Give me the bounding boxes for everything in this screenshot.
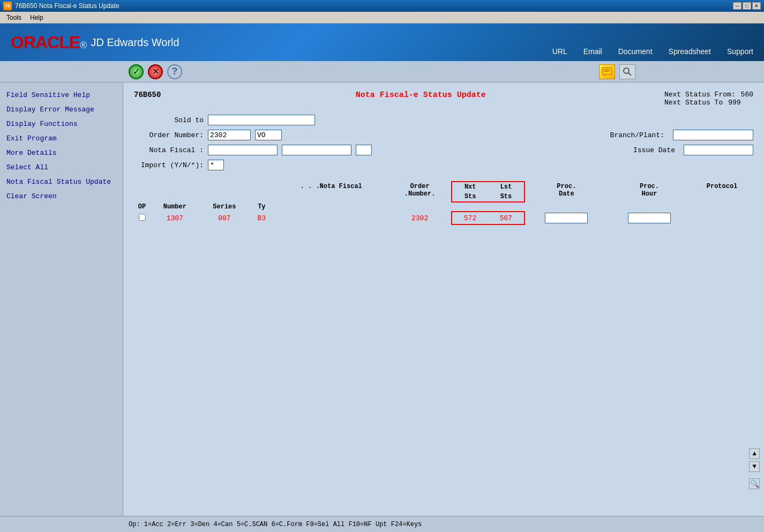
cancel-toolbar-button[interactable]: ✕ (148, 64, 163, 79)
window-controls: ─ □ ✕ (733, 2, 761, 10)
nav-document[interactable]: Document (618, 47, 653, 56)
nota-fiscal-label: Nota Fiscal : (134, 146, 204, 154)
nota-fiscal-row: Nota Fiscal : Issue Date (134, 145, 753, 155)
branch-plant-label: Branch/Plant: (610, 131, 664, 139)
oracle-logo: ORACLE® JD Edwards World (11, 33, 179, 53)
sidebar-item-more-details[interactable]: More Details (0, 146, 123, 160)
oracle-text: ORACLE® (11, 33, 86, 53)
content-inner: 76B650 Nota Fiscal-e Status Update Next … (134, 91, 753, 225)
col-protocol-spacer (691, 202, 753, 212)
nav-email[interactable]: Email (583, 47, 602, 56)
maximize-button[interactable]: □ (743, 2, 751, 10)
menu-help[interactable]: Help (26, 13, 48, 23)
row-op-checkbox (134, 212, 150, 224)
sold-to-input[interactable] (208, 115, 315, 125)
sidebar-item-display-functions[interactable]: Display Functions (0, 117, 123, 131)
svg-marker-1 (604, 74, 606, 76)
table-row: 1307 007 B3 2302 572 567 (134, 212, 753, 224)
col-series (200, 182, 250, 202)
col-order-number-header: Order .Number. (388, 182, 452, 202)
status-bar: Op: 1=Acc 2=Err 3=Den 4=Can 5=C.SCAN 6=C… (0, 516, 764, 532)
app-icon: 76 (3, 2, 12, 10)
row-nxt-lst-sts: 572 567 (452, 212, 525, 224)
nota-fiscal-input-1[interactable] (208, 145, 278, 155)
help-button[interactable]: ? (167, 64, 182, 79)
scroll-down-button[interactable]: ▼ (749, 461, 760, 472)
row-ty: B3 (249, 212, 274, 224)
row-protocol (691, 212, 753, 224)
issue-date-label: Issue Date (633, 146, 675, 154)
scroll-up-button[interactable]: ▲ (749, 448, 760, 459)
chat-icon[interactable] (599, 64, 615, 79)
col-ty-label: Ty (249, 202, 274, 212)
minimize-button[interactable]: ─ (733, 2, 741, 10)
row-number: 1307 (150, 212, 200, 224)
col-number (150, 182, 200, 202)
close-button[interactable]: ✕ (752, 2, 761, 10)
proc-date-input[interactable] (545, 213, 588, 223)
content-area: 76B650 Nota Fiscal-e Status Update Next … (123, 83, 764, 516)
nota-fiscal-check-input[interactable] (356, 145, 372, 155)
search-icon[interactable] (619, 64, 635, 79)
window-title: 76B650 Nota Fiscal-e Status Update (15, 2, 733, 10)
form-status: Next Status From: 560 Next Status To 999 (664, 91, 753, 107)
col-nota-fiscal-spacer (274, 202, 388, 212)
import-input[interactable] (208, 160, 224, 170)
order-number-label: Order Number: (134, 131, 204, 139)
sidebar-item-display-error-message[interactable]: Display Error Message (0, 102, 123, 117)
nav-spreadsheet[interactable]: Spreadsheet (669, 47, 711, 56)
proc-hour-input[interactable] (628, 213, 671, 223)
sts-lst-header: Sts (488, 192, 524, 201)
row-op-check[interactable] (139, 214, 146, 221)
row-nxt-sts: 572 (452, 213, 488, 223)
ok-button[interactable]: ✓ (129, 64, 144, 79)
col-ty (249, 182, 274, 202)
toolbar: ✓ ✕ ? (0, 61, 764, 83)
row-lst-sts: 567 (488, 213, 524, 223)
col-proc-date-header: Proc. Date (525, 182, 608, 202)
sidebar-item-field-sensitive-help[interactable]: Field Sensitive Help (0, 88, 123, 102)
row-proc-date (525, 212, 608, 224)
col-nota-fiscal-header: . . .Nota Fiscal (274, 182, 388, 202)
form-title: Nota Fiscal-e Status Update (177, 91, 664, 100)
next-status-to-label: Next Status To (664, 99, 723, 107)
col-series-label: Series (200, 202, 250, 212)
data-table: . . .Nota Fiscal Order .Number. Nxt Lst (134, 181, 753, 225)
col-proc-date-spacer (525, 202, 608, 212)
col-order-spacer (388, 202, 452, 212)
nav-support[interactable]: Support (727, 47, 753, 56)
nxt-header: Nxt (452, 182, 488, 192)
col-nxt-lst-sts-header: Nxt Lst Sts Sts (452, 182, 525, 202)
col-op-label: OP (134, 202, 150, 212)
toolbar-right (599, 64, 635, 79)
form-id: 76B650 (134, 91, 161, 99)
sidebar-item-nota-fiscal-status-update[interactable]: Nota Fiscal Status Update (0, 175, 123, 189)
col-proc-hour-header: Proc. Hour (608, 182, 691, 202)
col-protocol-header: Protocol (691, 182, 753, 202)
sold-to-label: Sold to (134, 116, 204, 124)
nota-fiscal-input-2[interactable] (282, 145, 351, 155)
row-nota-fiscal-empty (274, 212, 388, 224)
issue-date-input[interactable] (684, 145, 753, 155)
sidebar-item-clear-screen[interactable]: Clear Screen (0, 189, 123, 204)
zoom-in-button[interactable]: 🔍 (749, 478, 760, 489)
menu-bar: Tools Help (0, 12, 764, 24)
order-number-input[interactable] (208, 130, 251, 140)
svg-point-4 (624, 68, 629, 73)
row-proc-hour (608, 212, 691, 224)
sidebar-item-exit-program[interactable]: Exit Program (0, 131, 123, 146)
col-nxt-lst-spacer (452, 202, 525, 212)
lst-header: Lst (488, 182, 524, 192)
sold-to-row: Sold to (134, 115, 753, 125)
sts-nxt-header: Sts (452, 192, 488, 201)
nav-url[interactable]: URL (552, 47, 567, 56)
menu-tools[interactable]: Tools (2, 13, 26, 23)
branch-plant-input[interactable] (673, 130, 753, 140)
oracle-header: ORACLE® JD Edwards World URL Email Docum… (0, 24, 764, 61)
sidebar-item-select-all[interactable]: Select All (0, 160, 123, 175)
col-proc-hour-spacer (608, 202, 691, 212)
sidebar: Field Sensitive Help Display Error Messa… (0, 83, 123, 516)
status-text: Op: 1=Acc 2=Err 3=Den 4=Can 5=C.SCAN 6=C… (129, 521, 422, 528)
order-type-input[interactable] (255, 130, 282, 140)
next-status-from-label: Next Status From: (664, 91, 736, 99)
